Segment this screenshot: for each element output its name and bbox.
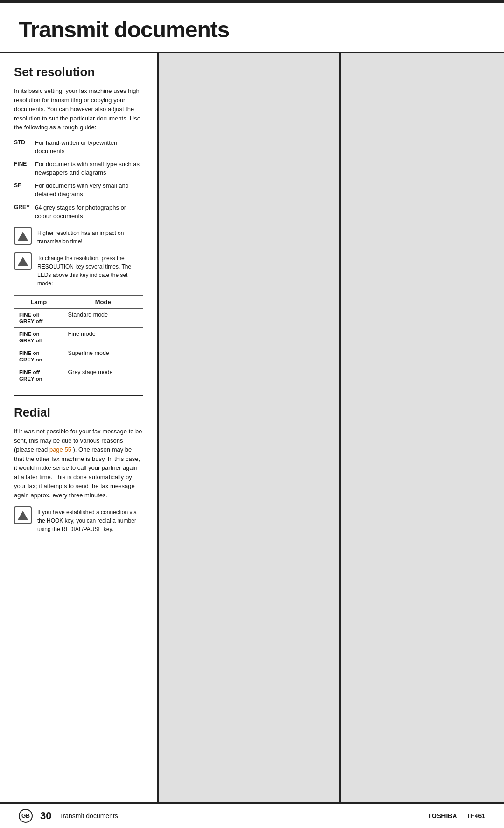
footer-brand: TOSHIBA xyxy=(428,812,457,820)
lamp-grey: GREY off xyxy=(19,338,42,343)
redial-warning-block: If you have established a connection via… xyxy=(14,506,143,533)
res-label-grey: GREY xyxy=(14,204,35,220)
table-col-mode: Mode xyxy=(63,296,143,309)
resolution-list: STD For hand-written or typewritten docu… xyxy=(14,139,143,221)
table-col-lamp: Lamp xyxy=(14,296,63,309)
redial-body: If it was not possible for your fax mess… xyxy=(14,427,143,500)
res-desc-sf: For documents with very small and detail… xyxy=(35,182,143,198)
footer: GB 30 Transmit documents TOSHIBA TF461 xyxy=(0,802,504,828)
lamp-grey: GREY off xyxy=(19,318,42,324)
set-resolution-intro: In its basic setting, your fax machine u… xyxy=(14,86,143,132)
country-code-badge: GB xyxy=(19,809,33,823)
right-column xyxy=(341,53,504,802)
res-label-fine: FINE xyxy=(14,160,35,177)
list-item: GREY 64 grey stages for photographs or c… xyxy=(14,204,143,220)
warning-text-1: Higher resolution has an impact on trans… xyxy=(37,227,143,246)
set-resolution-section: Set resolution In its basic setting, you… xyxy=(14,65,143,385)
table-row: FINE offGREY on xyxy=(14,366,63,385)
footer-page-number: 30 xyxy=(40,810,51,822)
list-item: STD For hand-written or typewritten docu… xyxy=(14,139,143,156)
warning-block-1: Higher resolution has an impact on trans… xyxy=(14,227,143,246)
left-column: Set resolution In its basic setting, you… xyxy=(0,53,159,802)
footer-right: TOSHIBA TF461 xyxy=(428,812,485,820)
warning-icon-2 xyxy=(14,252,32,270)
redial-warning-text: If you have established a connection via… xyxy=(37,506,143,533)
footer-left: GB 30 Transmit documents xyxy=(19,809,118,823)
lamp-fine: FINE on xyxy=(19,350,39,356)
table-mode: Grey stage mode xyxy=(63,366,143,385)
table-row: FINE offGREY off xyxy=(14,309,63,328)
lamp-fine: FINE on xyxy=(19,331,39,337)
redial-body-suffix: ). One reason may be that the other fax … xyxy=(14,446,140,499)
lamp-grey: GREY on xyxy=(19,357,42,362)
list-item: SF For documents with very small and det… xyxy=(14,182,143,198)
res-label-sf: SF xyxy=(14,182,35,198)
set-resolution-title: Set resolution xyxy=(14,65,143,79)
redial-link: page 55 xyxy=(49,446,71,453)
res-label-std: STD xyxy=(14,139,35,156)
footer-section-label: Transmit documents xyxy=(59,812,118,820)
table-row: FINE onGREY off xyxy=(14,328,63,347)
lamp-fine: FINE off xyxy=(19,312,40,318)
res-desc-grey: 64 grey stages for photographs or colour… xyxy=(35,204,143,220)
resolution-table: Lamp Mode FINE offGREY offStandard modeF… xyxy=(14,295,143,385)
res-desc-fine: For documents with small type such as ne… xyxy=(35,160,143,177)
redial-title: Redial xyxy=(14,405,143,420)
page-container: Transmit documents Set resolution In its… xyxy=(0,0,504,828)
redial-section: Redial If it was not possible for your f… xyxy=(14,396,143,533)
list-item: FINE For documents with small type such … xyxy=(14,160,143,177)
res-desc-std: For hand-written or typewritten document… xyxy=(35,139,143,156)
footer-model: TF461 xyxy=(467,812,485,820)
lamp-fine: FINE off xyxy=(19,369,40,375)
table-row: FINE onGREY on xyxy=(14,347,63,366)
content-area: Set resolution In its basic setting, you… xyxy=(0,53,504,802)
table-mode: Standard mode xyxy=(63,309,143,328)
middle-column xyxy=(159,53,341,802)
lamp-grey: GREY on xyxy=(19,376,42,382)
redial-warning-icon xyxy=(14,506,32,524)
table-mode: Superfine mode xyxy=(63,347,143,366)
page-title: Transmit documents xyxy=(0,3,504,53)
warning-block-2: To change the resolution, press the RESO… xyxy=(14,252,143,288)
warning-text-2: To change the resolution, press the RESO… xyxy=(37,252,143,288)
table-mode: Fine mode xyxy=(63,328,143,347)
warning-icon-1 xyxy=(14,227,32,245)
